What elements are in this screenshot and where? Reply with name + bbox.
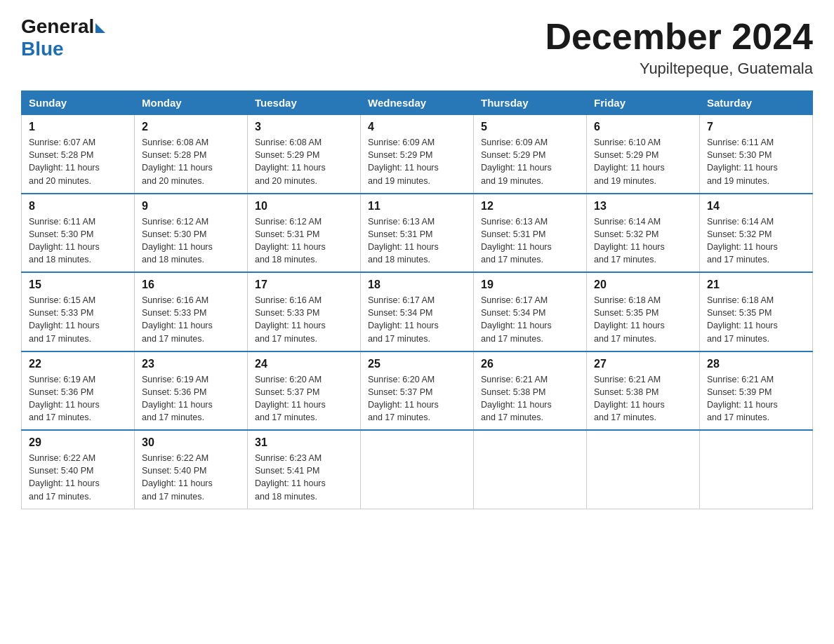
header-tuesday: Tuesday xyxy=(248,91,361,115)
calendar-header-row: SundayMondayTuesdayWednesdayThursdayFrid… xyxy=(22,91,813,115)
calendar-cell: 28Sunrise: 6:21 AMSunset: 5:39 PMDayligh… xyxy=(700,351,813,431)
calendar-week-row: 22Sunrise: 6:19 AMSunset: 5:36 PMDayligh… xyxy=(22,351,813,431)
calendar-cell: 20Sunrise: 6:18 AMSunset: 5:35 PMDayligh… xyxy=(587,272,700,351)
logo-arrow-icon xyxy=(95,23,105,33)
calendar-cell: 13Sunrise: 6:14 AMSunset: 5:32 PMDayligh… xyxy=(587,194,700,273)
day-info: Sunrise: 6:20 AMSunset: 5:37 PMDaylight:… xyxy=(368,373,466,424)
day-info: Sunrise: 6:08 AMSunset: 5:28 PMDaylight:… xyxy=(142,136,240,187)
day-info: Sunrise: 6:21 AMSunset: 5:39 PMDaylight:… xyxy=(707,373,805,424)
calendar-cell: 15Sunrise: 6:15 AMSunset: 5:33 PMDayligh… xyxy=(22,272,135,351)
day-number: 5 xyxy=(481,121,579,133)
title-area: December 2024 Yupiltepeque, Guatemala xyxy=(545,17,813,78)
calendar-cell: 21Sunrise: 6:18 AMSunset: 5:35 PMDayligh… xyxy=(700,272,813,351)
day-number: 7 xyxy=(707,121,805,133)
day-info: Sunrise: 6:12 AMSunset: 5:31 PMDaylight:… xyxy=(255,215,353,267)
day-info: Sunrise: 6:20 AMSunset: 5:37 PMDaylight:… xyxy=(255,373,353,424)
calendar-cell: 12Sunrise: 6:13 AMSunset: 5:31 PMDayligh… xyxy=(474,194,587,273)
day-number: 11 xyxy=(368,200,466,213)
calendar-cell: 24Sunrise: 6:20 AMSunset: 5:37 PMDayligh… xyxy=(248,351,361,431)
day-info: Sunrise: 6:07 AMSunset: 5:28 PMDaylight:… xyxy=(29,136,127,187)
day-info: Sunrise: 6:16 AMSunset: 5:33 PMDaylight:… xyxy=(255,294,353,345)
calendar-cell: 27Sunrise: 6:21 AMSunset: 5:38 PMDayligh… xyxy=(587,351,700,431)
calendar-cell: 29Sunrise: 6:22 AMSunset: 5:40 PMDayligh… xyxy=(22,430,135,509)
calendar-cell: 14Sunrise: 6:14 AMSunset: 5:32 PMDayligh… xyxy=(700,194,813,273)
calendar-cell: 3Sunrise: 6:08 AMSunset: 5:29 PMDaylight… xyxy=(248,115,361,194)
day-number: 27 xyxy=(594,358,692,370)
day-number: 24 xyxy=(255,358,353,370)
day-number: 1 xyxy=(29,121,127,133)
day-number: 9 xyxy=(142,200,240,213)
day-info: Sunrise: 6:12 AMSunset: 5:30 PMDaylight:… xyxy=(142,215,240,267)
calendar-week-row: 8Sunrise: 6:11 AMSunset: 5:30 PMDaylight… xyxy=(22,194,813,273)
month-title: December 2024 xyxy=(545,17,813,57)
day-number: 3 xyxy=(255,121,353,133)
calendar-cell: 19Sunrise: 6:17 AMSunset: 5:34 PMDayligh… xyxy=(474,272,587,351)
day-number: 22 xyxy=(29,358,127,370)
calendar-cell: 8Sunrise: 6:11 AMSunset: 5:30 PMDaylight… xyxy=(22,194,135,273)
calendar-cell: 7Sunrise: 6:11 AMSunset: 5:30 PMDaylight… xyxy=(700,115,813,194)
calendar-cell xyxy=(700,430,813,509)
calendar-cell: 30Sunrise: 6:22 AMSunset: 5:40 PMDayligh… xyxy=(135,430,248,509)
calendar-cell: 4Sunrise: 6:09 AMSunset: 5:29 PMDaylight… xyxy=(361,115,474,194)
calendar-cell: 9Sunrise: 6:12 AMSunset: 5:30 PMDaylight… xyxy=(135,194,248,273)
page-header: General Blue December 2024 Yupiltepeque,… xyxy=(21,17,813,78)
header-monday: Monday xyxy=(135,91,248,115)
calendar-cell: 31Sunrise: 6:23 AMSunset: 5:41 PMDayligh… xyxy=(248,430,361,509)
logo-blue: Blue xyxy=(21,38,64,60)
calendar-cell: 25Sunrise: 6:20 AMSunset: 5:37 PMDayligh… xyxy=(361,351,474,431)
day-info: Sunrise: 6:14 AMSunset: 5:32 PMDaylight:… xyxy=(594,215,692,267)
calendar-table: SundayMondayTuesdayWednesdayThursdayFrid… xyxy=(21,90,813,509)
day-info: Sunrise: 6:08 AMSunset: 5:29 PMDaylight:… xyxy=(255,136,353,187)
header-friday: Friday xyxy=(587,91,700,115)
calendar-cell: 2Sunrise: 6:08 AMSunset: 5:28 PMDaylight… xyxy=(135,115,248,194)
day-number: 16 xyxy=(142,279,240,291)
day-number: 8 xyxy=(29,200,127,213)
calendar-cell: 16Sunrise: 6:16 AMSunset: 5:33 PMDayligh… xyxy=(135,272,248,351)
day-info: Sunrise: 6:21 AMSunset: 5:38 PMDaylight:… xyxy=(594,373,692,424)
day-number: 20 xyxy=(594,279,692,291)
calendar-cell xyxy=(361,430,474,509)
day-info: Sunrise: 6:18 AMSunset: 5:35 PMDaylight:… xyxy=(707,294,805,345)
header-sunday: Sunday xyxy=(22,91,135,115)
calendar-cell: 6Sunrise: 6:10 AMSunset: 5:29 PMDaylight… xyxy=(587,115,700,194)
calendar-cell: 1Sunrise: 6:07 AMSunset: 5:28 PMDaylight… xyxy=(22,115,135,194)
calendar-cell: 23Sunrise: 6:19 AMSunset: 5:36 PMDayligh… xyxy=(135,351,248,431)
day-info: Sunrise: 6:13 AMSunset: 5:31 PMDaylight:… xyxy=(481,215,579,267)
day-number: 23 xyxy=(142,358,240,370)
day-number: 13 xyxy=(594,200,692,213)
day-number: 6 xyxy=(594,121,692,133)
day-number: 28 xyxy=(707,358,805,370)
day-info: Sunrise: 6:11 AMSunset: 5:30 PMDaylight:… xyxy=(29,215,127,267)
day-number: 19 xyxy=(481,279,579,291)
day-number: 31 xyxy=(255,436,353,449)
day-number: 30 xyxy=(142,436,240,449)
calendar-cell: 10Sunrise: 6:12 AMSunset: 5:31 PMDayligh… xyxy=(248,194,361,273)
calendar-week-row: 15Sunrise: 6:15 AMSunset: 5:33 PMDayligh… xyxy=(22,272,813,351)
logo-general: General xyxy=(21,17,94,36)
day-number: 4 xyxy=(368,121,466,133)
day-number: 12 xyxy=(481,200,579,213)
day-info: Sunrise: 6:09 AMSunset: 5:29 PMDaylight:… xyxy=(368,136,466,187)
location-subtitle: Yupiltepeque, Guatemala xyxy=(545,60,813,78)
day-number: 26 xyxy=(481,358,579,370)
calendar-week-row: 1Sunrise: 6:07 AMSunset: 5:28 PMDaylight… xyxy=(22,115,813,194)
calendar-cell: 26Sunrise: 6:21 AMSunset: 5:38 PMDayligh… xyxy=(474,351,587,431)
day-info: Sunrise: 6:11 AMSunset: 5:30 PMDaylight:… xyxy=(707,136,805,187)
day-info: Sunrise: 6:17 AMSunset: 5:34 PMDaylight:… xyxy=(481,294,579,345)
day-number: 29 xyxy=(29,436,127,449)
calendar-cell: 18Sunrise: 6:17 AMSunset: 5:34 PMDayligh… xyxy=(361,272,474,351)
day-info: Sunrise: 6:17 AMSunset: 5:34 PMDaylight:… xyxy=(368,294,466,345)
day-info: Sunrise: 6:22 AMSunset: 5:40 PMDaylight:… xyxy=(142,452,240,503)
day-info: Sunrise: 6:10 AMSunset: 5:29 PMDaylight:… xyxy=(594,136,692,187)
header-wednesday: Wednesday xyxy=(361,91,474,115)
day-number: 18 xyxy=(368,279,466,291)
day-info: Sunrise: 6:21 AMSunset: 5:38 PMDaylight:… xyxy=(481,373,579,424)
logo: General Blue xyxy=(21,17,105,60)
day-info: Sunrise: 6:15 AMSunset: 5:33 PMDaylight:… xyxy=(29,294,127,345)
day-number: 17 xyxy=(255,279,353,291)
day-info: Sunrise: 6:22 AMSunset: 5:40 PMDaylight:… xyxy=(29,452,127,503)
calendar-cell: 17Sunrise: 6:16 AMSunset: 5:33 PMDayligh… xyxy=(248,272,361,351)
day-number: 15 xyxy=(29,279,127,291)
header-saturday: Saturday xyxy=(700,91,813,115)
day-info: Sunrise: 6:16 AMSunset: 5:33 PMDaylight:… xyxy=(142,294,240,345)
